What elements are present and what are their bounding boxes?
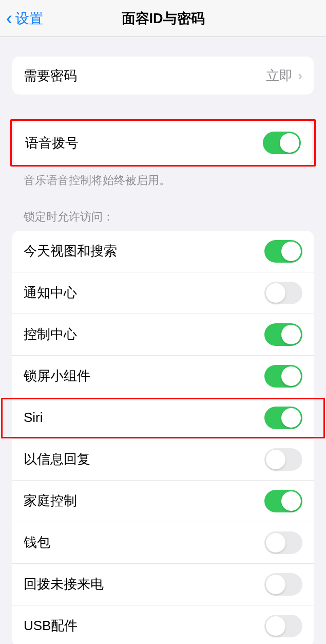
lock-access-toggle[interactable] bbox=[264, 365, 302, 388]
require-passcode-row[interactable]: 需要密码 立即 › bbox=[12, 57, 314, 95]
voice-dial-label: 语音拨号 bbox=[25, 134, 79, 152]
lock-access-toggle[interactable] bbox=[264, 531, 302, 554]
lock-access-label: 控制中心 bbox=[24, 325, 77, 343]
voice-dial-toggle[interactable] bbox=[263, 132, 301, 154]
lock-access-row: 以信息回复 bbox=[12, 438, 314, 480]
lock-access-row: Siri bbox=[12, 397, 314, 438]
chevron-right-icon: › bbox=[298, 68, 302, 84]
voice-dial-footer: 音乐语音控制将始终被启用。 bbox=[0, 167, 326, 189]
lock-access-row: 通知中心 bbox=[12, 272, 314, 314]
lock-access-label: USB配件 bbox=[24, 617, 78, 635]
lock-access-toggle[interactable] bbox=[264, 573, 302, 596]
lock-access-row: 回拨未接来电 bbox=[12, 563, 314, 605]
lock-access-toggle[interactable] bbox=[264, 323, 302, 346]
lock-access-toggle[interactable] bbox=[264, 615, 302, 637]
lock-access-row: 钱包 bbox=[12, 522, 314, 563]
lock-access-row: 今天视图和搜索 bbox=[12, 231, 314, 272]
voice-dial-row: 语音拨号 bbox=[14, 121, 312, 165]
lock-access-row: USB配件 bbox=[12, 605, 314, 644]
lock-access-label: Siri bbox=[24, 410, 43, 426]
lock-access-header: 锁定时允许访问： bbox=[0, 209, 326, 231]
back-button[interactable]: ‹ 设置 bbox=[6, 9, 43, 28]
lock-access-toggle[interactable] bbox=[264, 282, 302, 304]
lock-access-toggle[interactable] bbox=[264, 407, 302, 429]
lock-access-toggle[interactable] bbox=[264, 240, 302, 263]
lock-access-label: 家庭控制 bbox=[24, 492, 77, 510]
lock-access-label: 回拨未接来电 bbox=[24, 575, 104, 593]
lock-access-row: 锁屏小组件 bbox=[12, 355, 314, 397]
lock-access-label: 钱包 bbox=[24, 533, 50, 551]
back-label: 设置 bbox=[15, 9, 43, 28]
lock-access-label: 以信息回复 bbox=[24, 450, 90, 468]
voice-dial-highlight: 语音拨号 bbox=[10, 119, 316, 167]
lock-access-label: 通知中心 bbox=[24, 284, 77, 302]
lock-access-row: 控制中心 bbox=[12, 314, 314, 355]
lock-access-label: 今天视图和搜索 bbox=[24, 242, 117, 260]
lock-access-toggle[interactable] bbox=[264, 448, 302, 471]
navigation-header: ‹ 设置 面容ID与密码 bbox=[0, 0, 326, 37]
lock-access-row: 家庭控制 bbox=[12, 480, 314, 522]
page-title: 面容ID与密码 bbox=[122, 9, 205, 28]
lock-access-label: 锁屏小组件 bbox=[24, 367, 90, 385]
lock-access-toggle[interactable] bbox=[264, 490, 302, 512]
require-passcode-label: 需要密码 bbox=[24, 67, 77, 85]
require-passcode-value: 立即 bbox=[266, 67, 293, 85]
chevron-left-icon: ‹ bbox=[6, 9, 12, 28]
lock-access-group: 今天视图和搜索通知中心控制中心锁屏小组件Siri以信息回复家庭控制钱包回拨未接来… bbox=[12, 231, 314, 644]
